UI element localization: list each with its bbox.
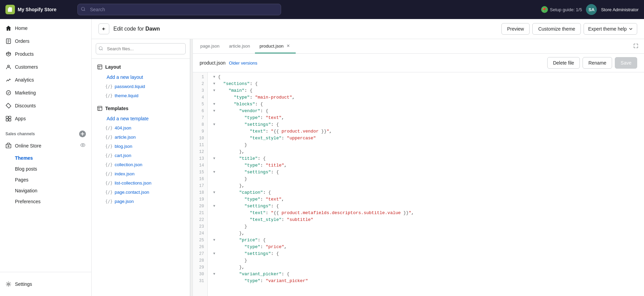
sidebar-item-products[interactable]: Products: [0, 48, 91, 60]
file-tag: {/}: [105, 199, 113, 204]
fold-arrow-icon[interactable]: ▼: [213, 74, 217, 81]
file-item-list-collections-json[interactable]: {/} list-collections.json: [92, 178, 190, 188]
no-fold-spacer: [213, 115, 218, 121]
sidebar-item-apps[interactable]: Apps: [0, 112, 91, 125]
file-item-blog-json[interactable]: {/} blog.json: [92, 142, 190, 151]
avatar[interactable]: SA: [586, 4, 597, 15]
add-sales-channel-button[interactable]: [79, 130, 86, 137]
sidebar-sub-item-preferences[interactable]: Preferences: [15, 196, 91, 207]
code-text: "text": "{{ product.metafields.descripto…: [218, 210, 414, 216]
eye-icon[interactable]: [80, 142, 86, 149]
sidebar-item-customers[interactable]: Customers: [0, 60, 91, 73]
fold-arrow-icon[interactable]: ▼: [213, 155, 217, 162]
tab-close-product-json[interactable]: ✕: [286, 43, 291, 49]
customize-theme-button[interactable]: Customize theme: [532, 23, 581, 35]
sidebar-item-marketing[interactable]: Marketing: [0, 86, 91, 99]
fold-arrow-icon[interactable]: ▼: [213, 169, 217, 176]
sidebar-item-home[interactable]: Home: [0, 22, 91, 35]
file-name: list-collections.json: [115, 180, 151, 186]
expert-theme-help-button[interactable]: Expert theme help: [584, 23, 637, 35]
search-input[interactable]: [77, 4, 281, 15]
rename-button[interactable]: Rename: [583, 57, 612, 69]
file-tag: {/}: [105, 162, 113, 167]
tab-product-json[interactable]: product.json ✕: [255, 39, 296, 53]
sidebar-sub-item-themes[interactable]: Themes: [15, 153, 91, 163]
add-new-template-link[interactable]: Add a new template: [92, 114, 190, 123]
shopify-logo-icon: [5, 5, 15, 14]
no-fold-spacer: [213, 142, 218, 149]
file-item-theme-liquid[interactable]: {/} theme.liquid: [92, 91, 190, 100]
store-logo[interactable]: My Shopify Store: [5, 5, 73, 14]
svg-rect-7: [9, 119, 11, 121]
fold-arrow-icon[interactable]: ▼: [213, 237, 217, 244]
sidebar-sub-item-blog-posts[interactable]: Blog posts: [15, 163, 91, 174]
code-content[interactable]: ▼{▼ "sections": {▼ "main": { "type": "ma…: [208, 72, 644, 296]
editor-topbar: Edit code for Dawn Preview Customize the…: [92, 19, 644, 39]
layout-section-icon: [97, 64, 103, 70]
save-button[interactable]: Save: [615, 57, 637, 69]
delete-file-button[interactable]: Delete file: [547, 57, 580, 69]
file-item-collection-json[interactable]: {/} collection.json: [92, 160, 190, 169]
sidebar-label-home: Home: [15, 25, 27, 31]
fold-arrow-icon[interactable]: ▼: [213, 203, 217, 210]
code-text: {: [218, 74, 221, 81]
tab-page-json[interactable]: page.json: [196, 39, 224, 53]
file-item-article-json[interactable]: {/} article.json: [92, 133, 190, 142]
add-new-layout-link[interactable]: Add a new layout: [92, 72, 190, 82]
global-search[interactable]: [77, 4, 281, 15]
sidebar-item-online-store[interactable]: Online Store: [0, 139, 91, 153]
code-text: "vendor": {: [218, 108, 268, 115]
file-item-cart-json[interactable]: {/} cart.json: [92, 151, 190, 160]
sidebar-item-analytics[interactable]: Analytics: [0, 73, 91, 86]
code-line: ▼ "settings": {: [213, 169, 639, 176]
no-fold-spacer: [213, 162, 218, 169]
no-fold-spacer: [213, 278, 218, 284]
file-item-index-json[interactable]: {/} index.json: [92, 169, 190, 178]
file-search-input[interactable]: [96, 43, 186, 54]
file-item-password-liquid[interactable]: {/} password.liquid: [92, 82, 190, 91]
file-item-404-json[interactable]: {/} 404.json: [92, 123, 190, 133]
file-name: index.json: [115, 171, 135, 176]
fold-arrow-icon[interactable]: ▼: [213, 121, 217, 128]
sidebar-item-discounts[interactable]: Discounts: [0, 99, 91, 112]
file-tag: {/}: [105, 144, 113, 149]
code-line: }: [213, 257, 639, 264]
fold-arrow-icon[interactable]: ▼: [213, 250, 217, 257]
file-item-page-json[interactable]: {/} page.json: [92, 197, 190, 206]
expand-button[interactable]: [630, 40, 641, 52]
fold-arrow-icon[interactable]: ▼: [213, 81, 217, 87]
sidebar-footer: Settings: [0, 272, 91, 296]
code-line: "text": "{{ product.vendor }}",: [213, 128, 639, 135]
fold-arrow-icon[interactable]: ▼: [213, 101, 217, 108]
online-store-sub-nav: Themes Blog posts Pages Navigation Prefe…: [0, 153, 91, 207]
line-numbers: 1234567891011121314151617181920212223242…: [193, 72, 208, 296]
settings-item[interactable]: Settings: [5, 278, 86, 291]
sidebar-item-orders[interactable]: Orders: [0, 35, 91, 48]
sidebar-sub-item-pages[interactable]: Pages: [15, 174, 91, 185]
no-fold-spacer: [213, 128, 218, 135]
resize-handle[interactable]: [190, 39, 193, 296]
code-text: }: [218, 142, 247, 149]
no-fold-spacer: [213, 94, 218, 101]
top-nav: My Shopify Store 🚩 Setup guide: 1/5 SA S…: [0, 0, 644, 19]
file-item-page-contact-json[interactable]: {/} page.contact.json: [92, 188, 190, 197]
older-versions-link[interactable]: Older versions: [229, 60, 257, 66]
fold-arrow-icon[interactable]: ▼: [213, 271, 217, 278]
edit-code-label: Edit code for: [113, 26, 145, 32]
file-name: 404.json: [115, 125, 131, 130]
preview-button[interactable]: Preview: [501, 23, 530, 35]
fold-arrow-icon[interactable]: ▼: [213, 189, 217, 196]
setup-guide[interactable]: 🚩 Setup guide: 1/5: [541, 6, 582, 13]
no-fold-spacer: [213, 223, 218, 230]
sidebar-sub-item-navigation[interactable]: Navigation: [15, 185, 91, 196]
topbar-actions: Preview Customize theme Expert theme hel…: [501, 23, 637, 35]
fold-arrow-icon[interactable]: ▼: [213, 108, 217, 115]
tab-article-json[interactable]: article.json: [224, 39, 255, 53]
top-nav-right: 🚩 Setup guide: 1/5 SA Store Administrato…: [541, 4, 639, 15]
code-area[interactable]: 1234567891011121314151617181920212223242…: [193, 72, 644, 296]
code-text: },: [218, 264, 244, 271]
code-line: ▼ "variant_picker": {: [213, 271, 639, 278]
back-button[interactable]: [98, 23, 109, 34]
file-name: page.json: [115, 199, 134, 204]
fold-arrow-icon[interactable]: ▼: [213, 87, 217, 94]
